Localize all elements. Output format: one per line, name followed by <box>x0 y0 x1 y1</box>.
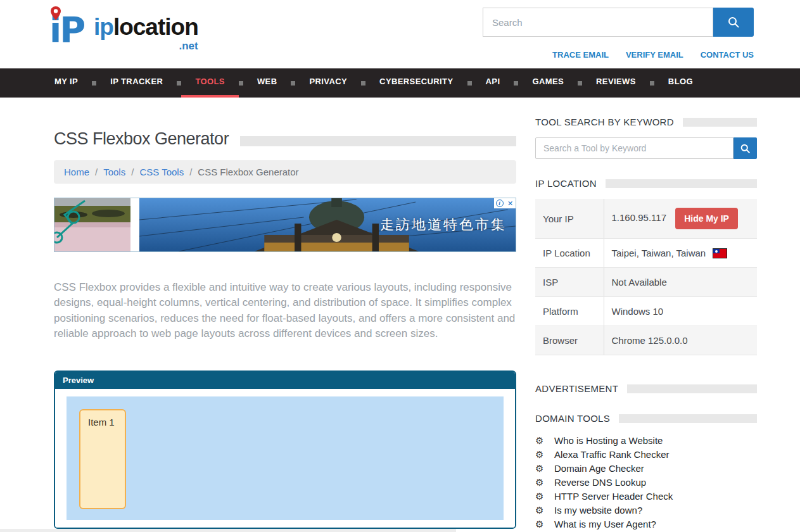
ad-close-icon[interactable]: ✕ <box>505 198 516 208</box>
domain-tools-list: ⚙ Who is Hosting a Website ⚙ Alexa Traff… <box>535 435 757 529</box>
row-value-cell: Not Available <box>604 268 757 297</box>
row-value-cell: Chrome 125.0.0.0 <box>604 326 757 355</box>
list-item: ⚙ HTTP Server Header Check <box>535 491 757 502</box>
ad-image-building: 走訪地道特色市集 i ✕ <box>139 198 516 251</box>
tool-link-website-down[interactable]: Is my website down? <box>554 505 642 516</box>
advertisement-heading-label: ADVERTISEMENT <box>535 383 618 394</box>
nav-item-tools[interactable]: TOOLS <box>181 68 239 98</box>
nav-item-web[interactable]: WEB <box>243 68 291 98</box>
nav-separator <box>650 81 654 86</box>
list-item: ⚙ Who is Hosting a Website <box>535 435 757 446</box>
table-row: IP Location Taipei, Taiwan, Taiwan <box>535 239 757 268</box>
logo[interactable]: iP iplocation .net <box>49 5 198 68</box>
list-item: ⚙ Alexa Traffic Rank Checker <box>535 449 757 460</box>
ad-text: 走訪地道特色市集 <box>380 215 507 234</box>
ip-location-table: Your IP 1.160.95.117 Hide My IP IP Locat… <box>535 199 757 355</box>
ad-image-landscape <box>54 198 130 251</box>
ad-banner[interactable]: 走訪地道特色市集 i ✕ <box>54 198 516 252</box>
nav-separator <box>361 81 365 86</box>
row-label: Browser <box>535 326 604 355</box>
row-label: Your IP <box>535 199 604 239</box>
list-item: ⚙ Is my website down? <box>535 505 757 516</box>
nav-item-blog[interactable]: BLOG <box>654 68 707 98</box>
gear-icon: ⚙ <box>535 435 546 446</box>
tool-link-reverse-dns[interactable]: Reverse DNS Lookup <box>554 477 646 488</box>
table-row: Your IP 1.160.95.117 Hide My IP <box>535 199 757 239</box>
gear-icon: ⚙ <box>535 519 546 529</box>
nav-separator <box>177 81 181 86</box>
map-pin-icon <box>51 6 61 20</box>
flex-container-demo: Item 1 <box>67 396 504 520</box>
verify-email-link[interactable]: VERIFY EMAIL <box>626 50 683 60</box>
row-value-cell: Taipei, Taiwan, Taiwan <box>604 239 757 268</box>
nav-separator <box>467 81 472 86</box>
table-row: Platform Windows 10 <box>535 297 757 326</box>
page-title: CSS Flexbox Generator <box>54 129 229 149</box>
tool-link-alexa-rank[interactable]: Alexa Traffic Rank Checker <box>554 449 669 460</box>
nav-item-reviews[interactable]: REVIEWS <box>582 68 650 98</box>
row-value-cell: Windows 10 <box>604 297 757 326</box>
search-icon <box>728 16 739 28</box>
tool-search-heading: TOOL SEARCH BY KEYWORD <box>535 117 757 127</box>
tool-link-http-header[interactable]: HTTP Server Header Check <box>554 491 673 502</box>
header-search-button[interactable] <box>713 8 754 37</box>
ip-location-heading-label: IP LOCATION <box>535 178 597 189</box>
title-decor-bar <box>240 136 516 146</box>
tool-link-domain-age[interactable]: Domain Age Checker <box>554 463 644 474</box>
heading-decor-bar <box>606 179 757 188</box>
header-right: TRACE EMAIL VERIFY EMAIL CONTACT US <box>483 5 754 68</box>
logo-icon: iP <box>49 5 91 54</box>
heading-decor-bar <box>619 414 757 423</box>
breadcrumb-home[interactable]: Home <box>64 167 89 177</box>
tool-search-button[interactable] <box>733 137 757 159</box>
browser-value: Chrome 125.0.0.0 <box>612 335 688 346</box>
header-search <box>483 8 754 37</box>
breadcrumb-current: CSS Flexbox Generator <box>198 167 298 177</box>
nav-separator <box>239 81 243 86</box>
hide-my-ip-button[interactable]: Hide My IP <box>675 208 738 229</box>
nav-item-my-ip[interactable]: MY IP <box>41 68 92 98</box>
nav-item-cybersecurity[interactable]: CYBERSECURITY <box>365 68 467 98</box>
nav-separator <box>92 81 96 86</box>
heading-decor-bar <box>627 384 757 393</box>
breadcrumb-css-tools[interactable]: CSS Tools <box>139 167 184 177</box>
page: iP iplocation .net <box>0 0 800 532</box>
breadcrumb-separator: / <box>189 167 192 177</box>
title-row: CSS Flexbox Generator <box>54 129 516 149</box>
breadcrumb-tools[interactable]: Tools <box>103 167 125 177</box>
site-header: iP iplocation .net <box>0 0 800 68</box>
logo-word-ip: ip <box>94 14 113 40</box>
ad-gap <box>130 198 139 251</box>
tool-link-who-is-hosting[interactable]: Who is Hosting a Website <box>554 435 663 446</box>
table-row: ISP Not Available <box>535 268 757 297</box>
nav-item-games[interactable]: GAMES <box>518 68 578 98</box>
flex-item-1: Item 1 <box>79 409 126 509</box>
row-label: ISP <box>535 268 604 297</box>
list-item: ⚙ Domain Age Checker <box>535 463 757 474</box>
logo-wordmark: iplocation .net <box>94 15 198 39</box>
tool-search-input[interactable] <box>535 137 733 159</box>
gear-icon: ⚙ <box>535 491 546 502</box>
ad-info-icon[interactable]: i <box>494 198 505 208</box>
gear-icon: ⚙ <box>535 505 546 516</box>
taiwan-flag-icon <box>713 249 727 258</box>
trace-email-link[interactable]: TRACE EMAIL <box>552 50 609 60</box>
nav-item-ip-tracker[interactable]: IP TRACKER <box>96 68 177 98</box>
tool-search <box>535 137 757 159</box>
tool-link-user-agent[interactable]: What is my User Agent? <box>554 519 656 529</box>
header-search-input[interactable] <box>483 8 713 37</box>
sidebar: TOOL SEARCH BY KEYWORD IP LOCATION Y <box>535 98 757 532</box>
advertisement-heading: ADVERTISEMENT <box>535 383 757 394</box>
gear-icon: ⚙ <box>535 477 546 488</box>
list-item: ⚙ Reverse DNS Lookup <box>535 477 757 488</box>
logo-word-net: .net <box>179 41 198 51</box>
heading-decor-bar <box>683 118 757 127</box>
next-section-edge <box>0 529 456 532</box>
domain-tools-heading-label: DOMAIN TOOLS <box>535 413 610 424</box>
nav-item-privacy[interactable]: PRIVACY <box>295 68 361 98</box>
contact-us-link[interactable]: CONTACT US <box>701 50 754 60</box>
preview-body: Item 1 <box>55 389 515 528</box>
nav-item-api[interactable]: API <box>472 68 514 98</box>
your-ip-value: 1.160.95.117 <box>612 212 666 223</box>
search-icon <box>740 144 750 153</box>
